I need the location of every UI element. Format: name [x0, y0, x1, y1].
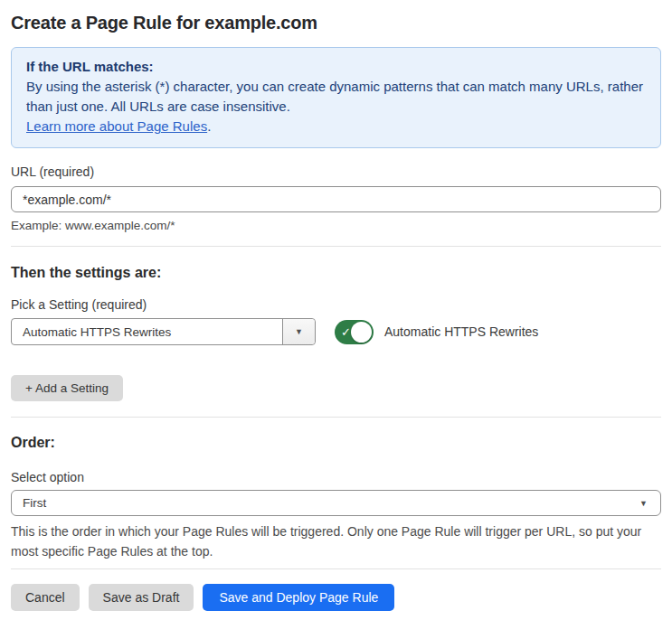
setting-select-value: Automatic HTTPS Rewrites	[12, 319, 282, 344]
settings-section-heading: Then the settings are:	[11, 265, 661, 281]
save-as-draft-button[interactable]: Save as Draft	[89, 584, 194, 611]
url-label: URL (required)	[11, 164, 661, 179]
chevron-down-icon: ▼	[295, 327, 303, 336]
url-matches-info-box: If the URL matches: By using the asteris…	[11, 47, 661, 148]
learn-more-link[interactable]: Learn more about Page Rules	[26, 118, 207, 134]
url-example-hint: Example: www.example.com/*	[11, 219, 661, 233]
url-input[interactable]	[11, 186, 661, 212]
setting-select-arrow-button[interactable]: ▼	[282, 319, 315, 344]
setting-select[interactable]: Automatic HTTPS Rewrites ▼	[11, 318, 316, 345]
checkmark-icon: ✓	[341, 326, 351, 338]
create-page-rule-panel: Create a Page Rule for example.com If th…	[11, 13, 661, 611]
page-title: Create a Page Rule for example.com	[11, 13, 661, 33]
info-box-body: By using the asterisk (*) character, you…	[26, 77, 646, 117]
order-help-text: This is the order in which your Page Rul…	[11, 521, 661, 561]
divider	[11, 568, 661, 569]
setting-row: Automatic HTTPS Rewrites ▼ ✓ Automatic H…	[11, 318, 661, 345]
toggle-knob	[351, 322, 372, 343]
info-box-link-line: Learn more about Page Rules.	[26, 117, 646, 136]
order-select-label: Select option	[11, 470, 661, 484]
order-select-value: First	[23, 496, 46, 510]
cancel-button[interactable]: Cancel	[11, 584, 80, 611]
save-and-deploy-button[interactable]: Save and Deploy Page Rule	[203, 584, 394, 611]
order-select[interactable]: First ▼	[11, 490, 661, 516]
setting-toggle[interactable]: ✓	[335, 320, 374, 344]
footer-actions: Cancel Save as Draft Save and Deploy Pag…	[11, 584, 661, 611]
divider	[11, 246, 661, 247]
order-section-heading: Order:	[11, 435, 661, 451]
setting-toggle-group: ✓ Automatic HTTPS Rewrites	[335, 320, 538, 344]
pick-setting-label: Pick a Setting (required)	[11, 297, 661, 312]
add-setting-button[interactable]: + Add a Setting	[11, 375, 123, 401]
divider	[11, 417, 661, 418]
link-period: .	[207, 118, 211, 134]
chevron-down-icon: ▼	[639, 499, 649, 508]
info-box-heading: If the URL matches:	[26, 57, 646, 77]
setting-toggle-label: Automatic HTTPS Rewrites	[384, 324, 538, 339]
